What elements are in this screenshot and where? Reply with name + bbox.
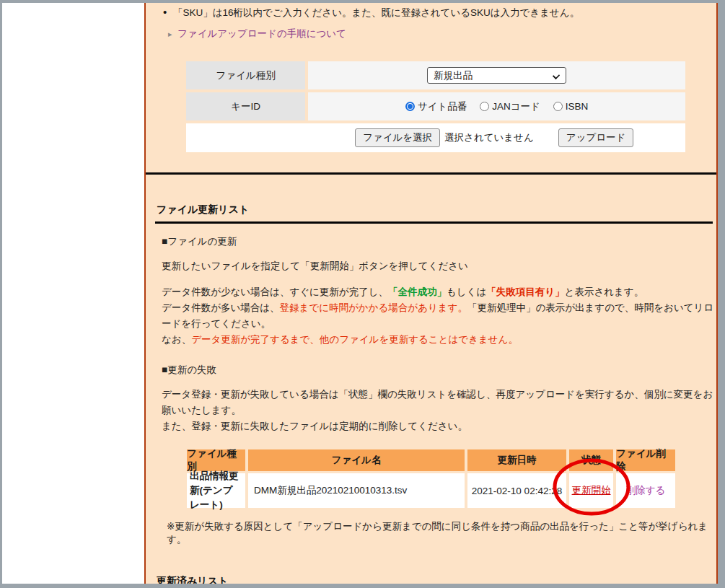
radio-jan-code-label: JANコード <box>492 100 540 113</box>
key-id-row: キーID サイト品番 JANコード <box>186 92 685 120</box>
delete-file-link[interactable]: 削除する <box>626 484 666 497</box>
browser-page: 「SKU」は16桁以内でご入力ください。また、既に登録されているSKUは入力でき… <box>2 3 718 584</box>
col-header-file-delete: ファイル削除 <box>616 449 675 471</box>
failure-notes: データ登録・更新が失敗している場合は「状態」欄の失敗リストを確認し、再度アップロ… <box>162 387 714 434</box>
upload-button[interactable]: アップロード <box>558 128 634 147</box>
cell-file-delete: 削除する <box>616 473 675 508</box>
radio-jan-code[interactable]: JANコード <box>480 100 540 113</box>
radio-icon <box>553 102 563 111</box>
radio-site-number-label: サイト品番 <box>418 100 467 113</box>
cell-status: 更新開始 <box>569 473 613 508</box>
note-line-3: なお、データ更新が完了するまで、他のファイルを更新することはできません。 <box>162 332 714 348</box>
file-update-heading: ■ファイルの更新 <box>162 235 716 248</box>
note-line-1: データ件数が少ない場合は、すぐに更新が完了し、「全件成功」もしくは「失敗項目有り… <box>162 284 714 300</box>
col-header-file-type: ファイル種別 <box>187 449 245 471</box>
failure-cause-note: ※更新が失敗する原因として「アップロードから更新までの間に同じ条件を持つ商品の出… <box>167 520 716 546</box>
triangle-right-icon <box>168 30 177 39</box>
file-buttons-row: ファイルを選択 選択されていません アップロード <box>186 123 685 152</box>
cell-file-name: DMM新規出品20210210010313.tsv <box>248 473 465 508</box>
radio-icon <box>405 102 415 111</box>
procedure-link-row: ファイルアップロードの手順について <box>168 27 716 40</box>
file-list-table: ファイル種別 ファイル名 更新日時 状態 ファイル削除 出品情報更新(テンプレー… <box>187 449 675 508</box>
col-header-status: 状態 <box>569 449 613 471</box>
col-header-updated-at: 更新日時 <box>467 449 566 471</box>
radio-icon <box>480 102 489 111</box>
choose-file-button[interactable]: ファイルを選択 <box>355 128 440 147</box>
update-list-title: ファイル更新リスト <box>157 203 716 216</box>
upload-procedure-link[interactable]: ファイルアップロードの手順について <box>177 27 346 40</box>
note-line-2: データ件数が多い場合は、登録までに時間がかかる場合があります。「更新処理中」の表… <box>162 300 714 332</box>
update-instruction: 更新したいファイルを指定して「更新開始」ボタンを押してください <box>162 258 714 274</box>
update-notes: データ件数が少ない場合は、すぐに更新が完了し、「全件成功」もしくは「失敗項目有り… <box>162 284 714 348</box>
col-header-file-name: ファイル名 <box>248 449 465 471</box>
left-sidebar <box>2 3 144 584</box>
file-type-row: ファイル種別 新規出品 <box>186 61 685 89</box>
file-type-label: ファイル種別 <box>186 61 305 89</box>
file-list-table-wrap: ファイル種別 ファイル名 更新日時 状態 ファイル削除 出品情報更新(テンプレー… <box>187 449 675 508</box>
upload-form-table: ファイル種別 新規出品 キーID サイト品番 <box>186 61 685 152</box>
bullet-icon <box>163 6 173 19</box>
radio-isbn[interactable]: ISBN <box>553 101 589 112</box>
file-type-cell: 新規出品 <box>308 61 685 89</box>
cell-file-type: 出品情報更新(テンプレート) <box>187 473 245 508</box>
title-divider <box>155 221 713 224</box>
key-id-radio-group: サイト品番 JANコード ISBN <box>405 100 589 113</box>
failure-para-1: データ登録・更新が失敗している場合は「状態」欄の失敗リストを確認し、再度アップロ… <box>162 387 714 418</box>
file-type-selected-value: 新規出品 <box>434 69 473 82</box>
radio-site-number[interactable]: サイト品番 <box>405 100 467 113</box>
upload-section: 「SKU」は16桁以内でご入力ください。また、既に登録されているSKUは入力でき… <box>146 6 716 175</box>
no-file-selected-text: 選択されていません <box>444 131 534 144</box>
key-id-cell: サイト品番 JANコード ISBN <box>308 92 685 120</box>
update-failure-heading: ■更新の失敗 <box>162 364 716 377</box>
updated-list-title: 更新済みリスト <box>157 575 716 584</box>
update-list-section: ファイル更新リスト ■ファイルの更新 更新したいファイルを指定して「更新開始」ボ… <box>146 203 716 584</box>
key-id-label: キーID <box>186 92 305 120</box>
main-content: 「SKU」は16桁以内でご入力ください。また、既に登録されているSKUは入力でき… <box>144 3 718 584</box>
chevron-down-icon <box>553 72 560 79</box>
sku-rule-item: 「SKU」は16桁以内でご入力ください。また、既に登録されているSKUは入力でき… <box>163 6 716 20</box>
failure-para-2: また、登録・更新に失敗したファイルは定期的に削除してください。 <box>162 418 714 434</box>
cell-updated-at: 2021-02-10 02:42:28 <box>467 473 566 508</box>
file-type-select[interactable]: 新規出品 <box>427 67 566 84</box>
success-badge-text: 「全件成功」 <box>388 286 447 297</box>
radio-isbn-label: ISBN <box>566 101 589 112</box>
failure-badge-text: 「失敗項目有り」 <box>486 286 564 297</box>
sku-rule-text: 「SKU」は16桁以内でご入力ください。また、既に登録されているSKUは入力でき… <box>173 6 579 20</box>
start-update-link[interactable]: 更新開始 <box>572 484 611 497</box>
